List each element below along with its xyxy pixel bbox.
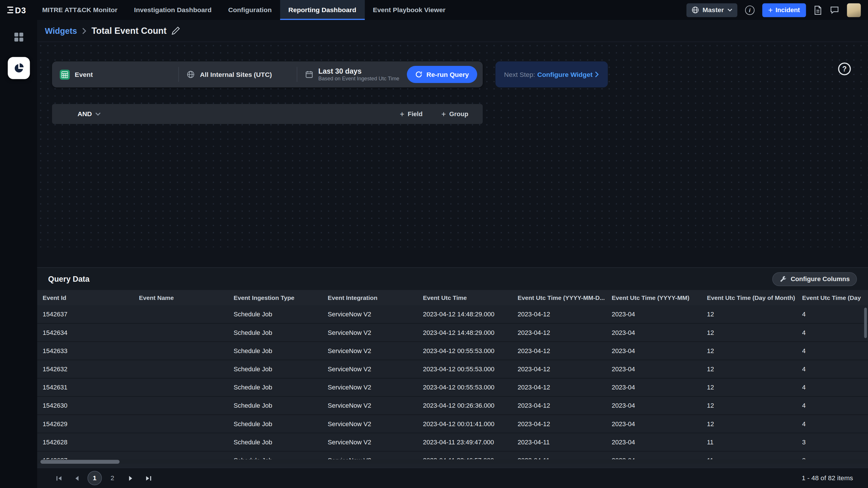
table-row[interactable]: 1542629Schedule JobServiceNow V22023-04-… [37,415,868,433]
incident-button[interactable]: + Incident [762,3,806,17]
table-cell: 2023-04-12 00:55:53.000 [423,348,517,354]
column-header: Event Id [42,294,139,301]
help-icon[interactable]: ? [838,62,851,75]
table-cell: 2023-04-12 [518,384,612,391]
nav-item-investigation-dashboard[interactable]: Investigation Dashboard [126,0,220,20]
sidebar-item-widgets[interactable] [0,45,37,79]
table-row[interactable]: 1542633Schedule JobServiceNow V22023-04-… [37,342,868,360]
plus-icon: + [441,111,446,117]
table-cell: 2023-04-12 [518,366,612,372]
refresh-icon [415,71,423,78]
query-sites-label: All Internal Sites (UTC) [200,70,272,78]
table-cell: 2023-04 [612,366,707,372]
column-header: Event Name [139,294,234,301]
query-data-section: Query Data Configure Columns Event IdEve… [37,267,868,467]
sidebar [0,20,37,488]
vertical-scrollbar-thumb[interactable] [864,308,867,338]
table-cell: 1542637 [42,311,139,318]
table-row[interactable]: 1542630Schedule JobServiceNow V22023-04-… [37,397,868,415]
table-row[interactable]: 1542631Schedule JobServiceNow V22023-04-… [37,379,868,397]
table-cell: 2023-04-12 00:55:53.000 [423,384,517,391]
next-step-label: Configure Widget [537,70,593,78]
table-cell: 2023-04 [612,402,707,409]
query-data-table: Event IdEvent NameEvent Ingestion TypeEv… [37,290,868,468]
widget-canvas: Event All Internal Sites (UTC) Last 30 d… [37,42,868,248]
chevron-right-icon [82,28,86,34]
horizontal-scrollbar[interactable] [37,459,868,464]
nav-item-event-playbook-viewer[interactable]: Event Playbook Viewer [365,0,454,20]
query-data-title: Query Data [48,274,90,284]
top-nav: MITRE ATT&CK MonitorInvestigation Dashbo… [34,0,454,20]
query-sites-segment[interactable]: All Internal Sites (UTC) [179,62,297,88]
previous-page-button[interactable] [70,471,83,485]
query-source-segment[interactable]: Event [52,62,178,88]
column-header: Event Utc Time (YYYY-MM) [612,294,707,301]
rerun-query-button[interactable]: Re-run Query [407,66,477,83]
table-row[interactable]: 1542628Schedule JobServiceNow V22023-04-… [37,433,868,452]
table-cell: 12 [707,421,802,427]
nav-item-reporting-dashboard[interactable]: Reporting Dashboard [280,0,365,20]
table-cell: 2023-04-12 00:26:36.000 [423,402,517,409]
filter-operator-dropdown[interactable]: AND [78,110,101,118]
table-cell: 2023-04 [612,348,707,354]
d3-logo-text: D3 [15,5,26,15]
column-header: Event Utc Time (Day of Month) [707,294,802,301]
table-cell: 2023-04-11 23:49:47.000 [423,439,517,446]
table-cell: 2023-04-12 [518,348,612,354]
table-cell: ServiceNow V2 [328,329,423,336]
table-cell: 12 [707,329,802,336]
table-cell: 1542633 [42,348,139,354]
table-cell: Schedule Job [234,402,328,409]
table-row[interactable]: 1542634Schedule JobServiceNow V22023-04-… [37,324,868,342]
add-field-button[interactable]: + Field [397,110,426,118]
page-title: Total Event Count [91,26,166,36]
table-cell: 4 [802,384,868,391]
table-cell: ServiceNow V2 [328,366,423,372]
pie-chart-icon [13,62,24,73]
next-page-button[interactable] [124,471,137,485]
breadcrumb-widgets-link[interactable]: Widgets [45,26,77,36]
master-dropdown[interactable]: Master [686,3,737,17]
table-row[interactable]: 1542637Schedule JobServiceNow V22023-04-… [37,305,868,324]
page-button-2[interactable]: 2 [105,471,120,485]
query-bar: Event All Internal Sites (UTC) Last 30 d… [52,62,483,88]
configure-columns-button[interactable]: Configure Columns [772,272,857,286]
topbar-right: Master i + Incident [686,0,868,20]
table-cell: Schedule Job [234,366,328,372]
next-step-configure-widget[interactable]: Next Step: Configure Widget [495,62,608,88]
top-bar: D3 MITRE ATT&CK MonitorInvestigation Das… [0,0,868,20]
plus-icon: + [768,7,773,13]
table-row[interactable]: 1542632Schedule JobServiceNow V22023-04-… [37,360,868,379]
query-range-segment[interactable]: Last 30 days Based on Event Ingested Utc… [298,62,407,88]
table-cell: 2023-04 [612,421,707,427]
table-cell: Schedule Job [234,311,328,318]
user-avatar[interactable] [847,3,861,17]
table-cell: 1542631 [42,384,139,391]
pagination-bar: 12 1 - 48 of 82 items [37,467,868,488]
table-cell: 2023-04-12 14:48:29.000 [423,311,517,318]
table-cell: Schedule Job [234,329,328,336]
table-body: 1542637Schedule JobServiceNow V22023-04-… [37,305,868,467]
table-cell: 1542634 [42,329,139,336]
chat-icon[interactable] [830,5,839,14]
filter-actions: + Field + Group [397,110,472,118]
edit-pencil-icon[interactable] [172,27,180,35]
sidebar-item-dashboards[interactable] [0,30,37,45]
last-page-button[interactable] [142,471,155,485]
table-cell: 1542630 [42,402,139,409]
document-icon[interactable] [814,5,822,15]
nav-item-mitre-att-ck-monitor[interactable]: MITRE ATT&CK Monitor [34,0,126,20]
next-step-prefix: Next Step: [504,70,535,78]
table-cell: Schedule Job [234,348,328,354]
table-cell: Schedule Job [234,421,328,427]
wrench-icon [780,275,787,283]
table-cell: ServiceNow V2 [328,402,423,409]
info-icon[interactable]: i [745,5,754,15]
nav-item-configuration[interactable]: Configuration [220,0,280,20]
first-page-button[interactable] [52,471,65,485]
page-button-1[interactable]: 1 [88,471,102,485]
horizontal-scrollbar-thumb[interactable] [40,460,120,463]
add-group-button[interactable]: + Group [438,110,472,118]
table-cell: ServiceNow V2 [328,311,423,318]
d3-logo[interactable]: D3 [0,0,34,20]
